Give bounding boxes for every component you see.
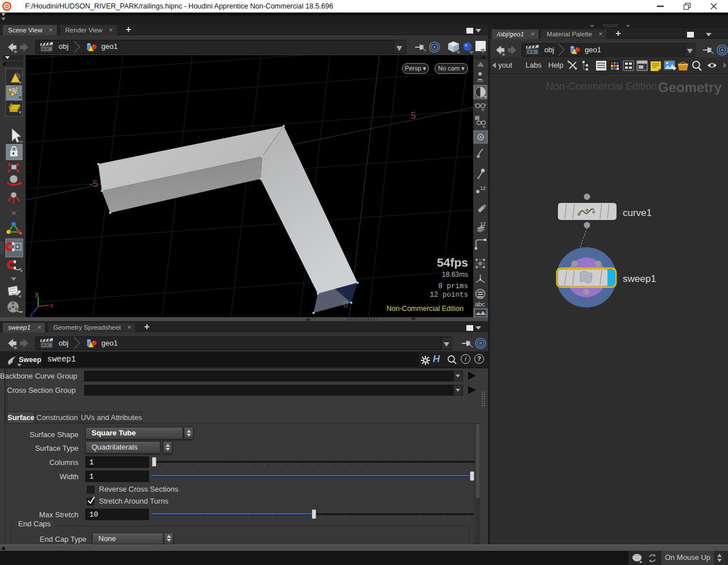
svg-text:abc: abc	[475, 301, 485, 308]
svg-text:Non-Commercial Edition: Non-Commercial Edition	[387, 305, 464, 313]
svg-text:12: 12	[480, 185, 486, 191]
svg-text:5: 5	[411, 110, 416, 121]
svg-text:8 prims: 8 prims	[438, 282, 468, 290]
svg-text:curve1: curve1	[623, 207, 652, 218]
svg-text:12: 12	[480, 221, 486, 227]
svg-text:y: y	[35, 290, 39, 297]
svg-text:z: z	[30, 311, 34, 317]
svg-text:12 points: 12 points	[429, 291, 468, 299]
svg-text:-5: -5	[89, 178, 98, 189]
svg-text:54fps: 54fps	[437, 256, 468, 269]
svg-text:18.63ms: 18.63ms	[442, 271, 468, 279]
svg-text:sweep1: sweep1	[623, 273, 656, 284]
svg-text:x: x	[50, 302, 53, 309]
